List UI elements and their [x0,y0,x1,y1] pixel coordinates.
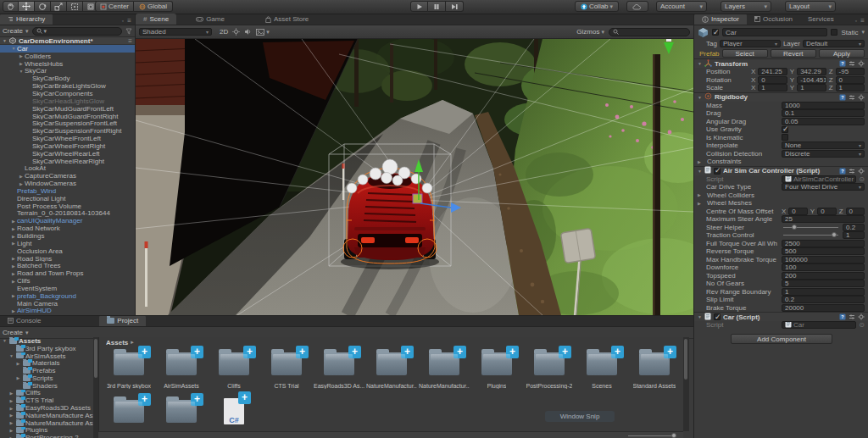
scene-audio-icon[interactable] [244,28,252,36]
vector-field[interactable]: 0 [846,208,865,215]
step-button[interactable] [446,1,464,12]
foldout-arrow-icon[interactable]: ▶ [8,413,14,418]
tab-occlusion[interactable]: Occlusion [747,14,800,25]
value-field[interactable]: 500 [782,247,865,255]
hierarchy-create-button[interactable]: Create▾ [3,27,29,35]
asset-item[interactable]: +NatureManufactur... [365,347,418,395]
value-field[interactable]: 0.1 [782,109,865,117]
object-picker-icon[interactable]: ⊙ [859,175,865,183]
foldout-arrow-icon[interactable]: ▼ [698,169,702,174]
hierarchy-item[interactable]: SkyCarWheelFrontLeft [0,135,135,142]
scene-fx-dropdown[interactable]: ▾ [256,29,270,36]
vector-field[interactable]: -95 [836,68,865,75]
property-slider[interactable] [783,235,838,236]
hierarchy-item[interactable]: ▶prefab_Background [0,292,135,300]
project-create-button[interactable]: Create▾ [3,329,29,336]
collab-button[interactable]: Collab▾ [575,1,619,12]
project-tree-item[interactable]: ▶EasyRoads3D Assets [0,404,93,412]
foldout-arrow-icon[interactable]: ▼ [18,69,25,74]
value-field[interactable]: 0.05 [782,118,865,125]
asset-item[interactable]: +PostProcessing-2 [523,347,576,395]
prefab-apply-button[interactable]: Apply [819,49,865,58]
project-tree-item[interactable]: ▶Materials [0,359,93,367]
foldout-arrow-icon[interactable]: ▶ [10,263,17,269]
project-tree-item[interactable]: ▼AirSimAssets [0,352,93,360]
hierarchy-item[interactable]: SkyCarMudGuardFrontLeft [0,105,135,113]
value-field[interactable]: 200 [782,272,865,280]
project-tree-item[interactable]: ▶Plugins [0,427,93,435]
foldout-arrow-icon[interactable]: ▼ [8,353,14,358]
hierarchy-item[interactable]: SkyCarWheelRearLeft [0,150,135,158]
thumbnail-zoom-slider[interactable] [628,435,675,436]
hierarchy-item[interactable]: ▶Light [0,240,135,247]
layers-dropdown[interactable]: Layers▾ [721,1,771,12]
asset-item[interactable]: +3rd Party skybox [103,347,155,395]
project-tree-item[interactable]: ▶Cliffs [0,390,93,397]
project-tree-item[interactable]: ▶PostProcessing-2 [0,434,93,438]
hand-tool-icon[interactable] [3,1,19,12]
script-reference-field[interactable]: Car [782,321,856,329]
tab-hierarchy[interactable]: Hierarchy [0,14,53,25]
foldout-arrow-icon[interactable]: ▶ [15,375,21,380]
hierarchy-item[interactable]: ▶CaptureCameras [0,172,135,180]
gear-icon[interactable] [858,94,865,101]
account-dropdown[interactable]: Account▾ [656,1,707,12]
hierarchy-search-input[interactable]: ▾ [32,27,122,36]
asset-item[interactable]: +Plugins [470,347,523,395]
add-component-button[interactable]: Add Component [731,334,832,344]
panel-menu-icon[interactable]: ≡ [127,17,131,25]
foldout-arrow-icon[interactable]: ▶ [8,391,14,396]
hierarchy-item[interactable]: LookAt [0,165,135,173]
panel-menu-icon[interactable]: ≡ [860,17,865,25]
value-field[interactable]: 0.2 [782,296,865,303]
scene-viewport[interactable] [136,39,693,315]
foldout-arrow-icon[interactable]: ▼ [698,314,702,319]
foldout-arrow-icon[interactable]: ▶ [10,241,17,246]
project-tree-item[interactable]: ▶NatureManufacture Assets - [0,412,93,419]
hierarchy-item[interactable]: SkyCarBrakeLightsGlow [0,82,135,90]
foldout-arrow-icon[interactable]: ▼ [698,61,702,66]
scene-row-menu-icon[interactable]: ≡ [128,37,132,45]
prefab-select-button[interactable]: Select [722,49,768,58]
vector-field[interactable]: 1 [797,84,826,91]
space-toggle-button[interactable]: Global [134,1,173,12]
foldout-arrow-icon[interactable]: ▶ [8,428,14,433]
foldout-arrow-icon[interactable]: ▶ [10,226,17,231]
value-field[interactable]: 20000 [782,304,865,312]
foldout-arrow-icon[interactable]: ▶ [10,279,17,284]
hierarchy-item[interactable]: SkyCarSuspensionFrontRight [0,127,135,135]
tab-asset-store[interactable]: Asset Store [258,14,316,25]
gear-icon[interactable] [858,313,865,320]
asset-item[interactable]: +Scenes [576,347,628,395]
rotate-tool-icon[interactable] [35,1,51,12]
vector-field[interactable]: 0 [788,208,807,215]
tab-console[interactable]: Console [0,315,48,326]
component-header[interactable]: ▼Air Sim Car Controller (Script)? [694,166,868,175]
play-button[interactable] [410,1,428,12]
component-header[interactable]: ▼Transform? [694,58,868,68]
property-dropdown[interactable]: Four Wheel Drive▾ [782,183,865,191]
component-enabled-checkbox[interactable] [714,313,721,320]
cloud-button[interactable] [626,1,648,12]
tab-project[interactable]: Project [99,315,146,326]
hierarchy-item[interactable]: SkyCarWheelRearRight [0,158,135,165]
preset-icon[interactable] [849,60,855,67]
slider-value-field[interactable]: 0.2 [843,224,865,231]
foldout-arrow-icon[interactable]: ▶ [10,256,17,261]
foldout-arrow-icon[interactable]: ▶ [10,308,17,313]
foldout-arrow-icon[interactable]: ▶ [10,271,17,276]
hierarchy-item[interactable]: ▼Car [0,45,135,53]
vector-field[interactable]: -104.451 [797,76,826,84]
scale-tool-icon[interactable] [51,1,67,12]
value-field[interactable]: 2500 [782,240,865,247]
project-tree-item[interactable]: ▶Scripts [0,374,93,382]
slider-knob[interactable] [792,225,797,230]
project-tree-item[interactable]: ▶CTS Trial [0,396,93,404]
project-tree-item[interactable]: Shaders [0,382,93,390]
project-tree-item[interactable]: Prefabs [0,367,93,374]
hierarchy-item[interactable]: ▶Colliders [0,53,135,60]
tag-dropdown[interactable]: Player▾ [720,40,781,47]
active-checkbox[interactable] [712,29,719,36]
vector-field[interactable]: 0 [758,76,787,84]
foldout-arrow-icon[interactable]: ▶ [698,201,704,206]
